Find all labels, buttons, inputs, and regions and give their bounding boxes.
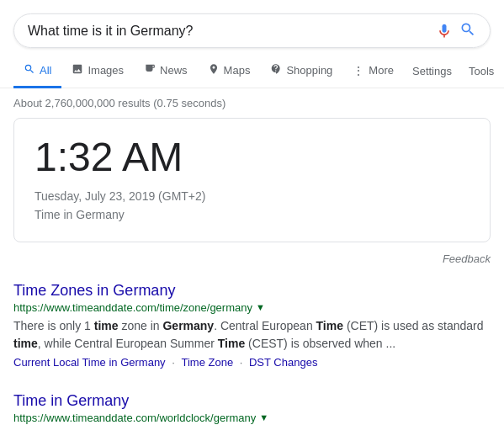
tab-shopping-label: Shopping — [286, 64, 332, 77]
result-links-1: Current Local Time in Germany · Time Zon… — [13, 356, 491, 369]
tab-all-label: All — [40, 64, 51, 77]
result-url-1: https://www.timeanddate.com/time/zone/ge… — [13, 301, 252, 314]
tab-images[interactable]: Images — [61, 55, 134, 88]
result-item-2: Time in Germany https://www.timeanddate.… — [0, 382, 504, 425]
time-details: Tuesday, July 23, 2019 (GMT+2) Time in G… — [34, 187, 470, 225]
result-url-row-2: https://www.timeanddate.com/worldclock/g… — [13, 412, 491, 424]
results-count: About 2,760,000,000 results (0.75 second… — [0, 88, 504, 118]
result-link-1-0[interactable]: Current Local Time in Germany — [13, 356, 166, 369]
tab-all[interactable]: All — [13, 55, 61, 88]
tab-images-label: Images — [88, 64, 124, 77]
result-dropdown-1[interactable]: ▼ — [256, 302, 265, 312]
feedback-link[interactable]: Feedback — [443, 252, 491, 265]
search-input[interactable]: What time is it in Germany? — [28, 24, 429, 39]
dot: · — [236, 356, 246, 369]
search-bar-container: What time is it in Germany? — [0, 0, 504, 48]
tab-maps[interactable]: Maps — [198, 55, 261, 88]
time-label: Time in Germany — [34, 205, 470, 224]
nav-tabs: All Images News Maps Shopping ⋮ More Set… — [0, 48, 504, 88]
result-url-2: https://www.timeanddate.com/worldclock/g… — [13, 412, 256, 424]
tools-link[interactable]: Tools — [460, 56, 502, 86]
result-url-row-1: https://www.timeanddate.com/time/zone/ge… — [13, 301, 491, 314]
settings-link[interactable]: Settings — [404, 56, 460, 86]
tab-maps-label: Maps — [224, 64, 251, 77]
dot: · — [169, 356, 178, 369]
tab-news[interactable]: News — [134, 55, 198, 88]
result-title-1[interactable]: Time Zones in Germany — [13, 282, 175, 299]
tab-more-label: More — [369, 64, 394, 77]
time-display: 1:32 AM — [34, 135, 470, 180]
tab-shopping[interactable]: Shopping — [260, 55, 342, 88]
images-icon — [72, 63, 83, 77]
search-icon[interactable] — [459, 21, 476, 40]
time-card: 1:32 AM Tuesday, July 23, 2019 (GMT+2) T… — [13, 118, 491, 242]
mic-icon[interactable] — [436, 23, 453, 40]
result-link-1-2[interactable]: DST Changes — [249, 356, 317, 369]
tab-more[interactable]: ⋮ More — [342, 56, 404, 88]
maps-icon — [208, 63, 220, 77]
result-snippet-1: There is only 1 time zone in Germany. Ce… — [13, 317, 491, 353]
time-date: Tuesday, July 23, 2019 (GMT+2) — [34, 187, 470, 205]
more-icon: ⋮ — [353, 64, 364, 77]
all-icon — [24, 63, 35, 77]
result-dropdown-2[interactable]: ▼ — [259, 412, 268, 422]
result-item-1: Time Zones in Germany https://www.timean… — [0, 272, 504, 382]
search-bar: What time is it in Germany? — [13, 13, 491, 48]
result-title-2[interactable]: Time in Germany — [13, 392, 129, 409]
feedback-row: Feedback — [0, 249, 504, 272]
tab-news-label: News — [160, 64, 188, 77]
news-icon — [144, 63, 156, 77]
shopping-icon — [270, 63, 282, 77]
result-link-1-1[interactable]: Time Zone — [181, 356, 233, 369]
